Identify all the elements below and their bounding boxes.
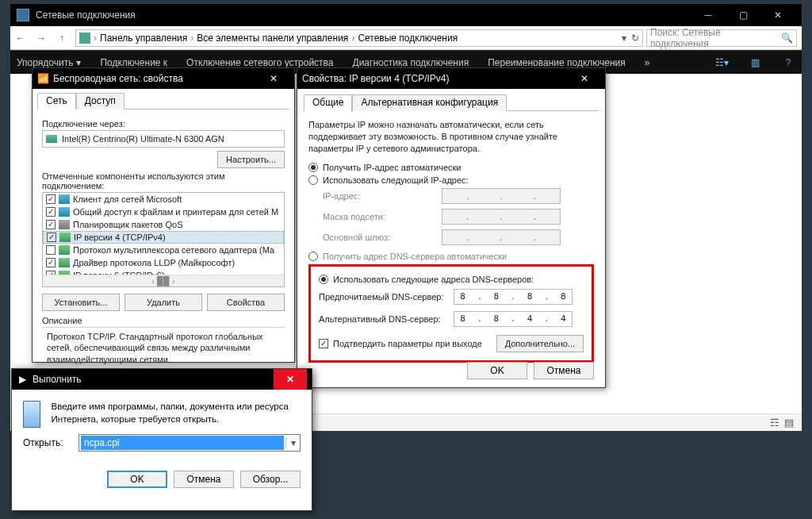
checkbox[interactable]: ✓: [47, 233, 56, 242]
refresh-icon[interactable]: ↻: [631, 33, 639, 44]
alt-dns-input[interactable]: 8. 8. 4. 4: [454, 311, 573, 327]
run-titlebar[interactable]: ▶ Выполнить ✕: [12, 369, 312, 390]
mask-label: Маска подсети:: [323, 212, 442, 221]
configure-button[interactable]: Настроить...: [217, 151, 285, 168]
radio-icon: [308, 175, 318, 185]
radio-auto-ip[interactable]: Получить IP-адрес автоматически: [308, 163, 594, 172]
description-text: Протокол TCP/IP. Стандартный протокол гл…: [42, 328, 285, 368]
tab-network[interactable]: Сеть: [37, 93, 76, 110]
toolbar-rename[interactable]: Переименование подключения: [488, 57, 626, 68]
tab-alt-config[interactable]: Альтернативная конфигурация: [352, 94, 507, 111]
close-button[interactable]: ✕: [569, 73, 600, 84]
toolbar-disable[interactable]: Отключение сетевого устройства: [186, 57, 333, 68]
run-help-text: Введите имя программы, папки, документа …: [52, 401, 301, 428]
advanced-button[interactable]: Дополнительно...: [496, 335, 584, 352]
checkbox[interactable]: [46, 245, 56, 255]
back-button[interactable]: ←: [10, 29, 31, 48]
tab-access[interactable]: Доступ: [76, 93, 124, 110]
radio-auto-dns[interactable]: Получить адрес DNS-сервера автоматически: [308, 252, 594, 261]
dropdown-icon[interactable]: ▾: [622, 33, 626, 44]
list-item[interactable]: Протокол мультиплексора сетевого адаптер…: [43, 244, 284, 256]
ok-button[interactable]: OK: [467, 362, 527, 379]
list-item[interactable]: ✓Планировщик пакетов QoS: [43, 218, 284, 231]
ipv4-properties-dialog: Свойства: IP версии 4 (TCP/IPv4) ✕ Общие…: [297, 67, 606, 388]
uninstall-button[interactable]: Удалить: [124, 294, 202, 311]
search-input[interactable]: Поиск: Сетевые подключения 🔍: [646, 29, 797, 47]
list-item[interactable]: ✓Драйвер протокола LLDP (Майкрософт): [43, 256, 284, 269]
pref-dns-input[interactable]: 8. 8. 8. 8: [454, 289, 573, 305]
properties-button[interactable]: Свойства: [207, 294, 285, 311]
chevron-icon: ›: [94, 33, 97, 44]
close-button[interactable]: ✕: [274, 369, 307, 390]
client-icon: [59, 194, 70, 204]
run-title: Выполнить: [33, 374, 82, 385]
dns-highlight-box: Использовать следующие адреса DNS-сервер…: [308, 264, 594, 363]
ipv4-title: Свойства: IP версии 4 (TCP/IPv4): [302, 73, 450, 84]
breadcrumb-bar[interactable]: › Панель управления› Все элементы панели…: [75, 29, 643, 47]
adapter-field: Intel(R) Centrino(R) Ultimate-N 6300 AGN: [42, 130, 285, 148]
breadcrumb-item[interactable]: Все элементы панели управления: [197, 33, 348, 44]
open-label: Открыть:: [23, 437, 71, 448]
dropdown-icon[interactable]: ▾: [285, 437, 300, 448]
wifi-titlebar[interactable]: 📶 Беспроводная сеть: свойства ✕: [33, 68, 294, 89]
breadcrumb-item[interactable]: Сетевые подключения: [358, 33, 458, 44]
preview-pane-icon[interactable]: ▥: [748, 56, 762, 70]
close-button[interactable]: ✕: [760, 4, 795, 26]
wifi-title: Беспроводная сеть: свойства: [53, 73, 183, 84]
cancel-button[interactable]: Отмена: [534, 362, 594, 379]
open-combobox[interactable]: ncpa.cpl ▾: [79, 434, 301, 452]
ipv4-body: Параметры IP можно назначать автоматичес…: [297, 111, 605, 371]
view-options-icon[interactable]: ☷▾: [714, 56, 729, 70]
wifi-tabs: Сеть Доступ: [37, 92, 289, 110]
gateway-input: ...: [442, 229, 561, 245]
mask-input: ...: [442, 209, 561, 225]
browse-button[interactable]: Обзор...: [240, 471, 301, 488]
list-item[interactable]: ✓Клиент для сетей Microsoft: [43, 193, 284, 206]
forward-button[interactable]: →: [31, 29, 52, 48]
ipv4-footer: OK Отмена: [467, 362, 594, 379]
control-panel-icon: [79, 33, 90, 44]
maximize-button[interactable]: ▢: [726, 4, 760, 26]
cancel-button[interactable]: Отмена: [174, 471, 234, 488]
ip-input: ...: [442, 188, 561, 204]
toolbar-organize[interactable]: Упорядочить ▾: [17, 57, 81, 68]
pref-dns-label: Предпочитаемый DNS-сервер:: [319, 292, 454, 302]
ip-label: IP-адрес:: [323, 191, 442, 201]
close-button[interactable]: ✕: [258, 73, 289, 84]
help-icon[interactable]: ?: [781, 56, 795, 70]
ipv4-titlebar[interactable]: Свойства: IP версии 4 (TCP/IPv4) ✕: [297, 68, 605, 89]
open-value: ncpa.cpl: [81, 436, 284, 450]
minimize-button[interactable]: ─: [691, 4, 726, 26]
toolbar-more[interactable]: »: [645, 57, 650, 68]
tab-general[interactable]: Общие: [304, 94, 352, 111]
radio-icon: [308, 252, 318, 261]
checkbox[interactable]: ✓: [46, 207, 56, 217]
radio-manual-ip[interactable]: Использовать следующий IP-адрес:: [308, 175, 594, 185]
tiles-view-icon[interactable]: ▤: [784, 417, 794, 429]
horizontal-scrollbar[interactable]: ‹ ▉▉ ›: [43, 275, 284, 286]
radio-manual-dns[interactable]: Использовать следующие адреса DNS-сервер…: [319, 275, 584, 284]
validate-checkbox[interactable]: ✓: [319, 339, 328, 348]
breadcrumb-item[interactable]: Панель управления: [100, 33, 187, 44]
checkbox[interactable]: ✓: [46, 258, 56, 267]
list-item[interactable]: ✓Общий доступ к файлам и принтерам для с…: [43, 206, 284, 218]
wireless-properties-dialog: 📶 Беспроводная сеть: свойства ✕ Сеть Дос…: [32, 67, 295, 363]
explorer-title: Сетевые подключения: [36, 10, 136, 21]
components-list[interactable]: ✓Клиент для сетей Microsoft ✓Общий досту…: [42, 192, 285, 287]
up-button[interactable]: ↑: [52, 29, 72, 48]
install-button[interactable]: Установить...: [42, 294, 120, 311]
toolbar-connect[interactable]: Подключение к: [100, 57, 167, 68]
list-item[interactable]: ✓IP версии 4 (TCP/IPv4): [43, 231, 284, 244]
toolbar-diagnose[interactable]: Диагностика подключения: [353, 57, 469, 68]
details-view-icon[interactable]: ☶: [770, 417, 779, 429]
lldp-icon: [59, 258, 70, 267]
components-label: Отмеченные компоненты используются этим …: [42, 171, 285, 190]
ipv4-tabs: Общие Альтернативная конфигурация: [304, 94, 599, 111]
search-placeholder: Поиск: Сетевые подключения: [650, 27, 781, 49]
explorer-titlebar[interactable]: Сетевые подключения ─ ▢ ✕: [10, 4, 802, 26]
ok-button[interactable]: OK: [107, 471, 167, 488]
checkbox[interactable]: ✓: [46, 194, 56, 204]
checkbox[interactable]: ✓: [46, 220, 56, 229]
ipv4-intro: Параметры IP можно назначать автоматичес…: [308, 119, 594, 155]
address-bar: ← → ↑ › Панель управления› Все элементы …: [10, 26, 802, 50]
